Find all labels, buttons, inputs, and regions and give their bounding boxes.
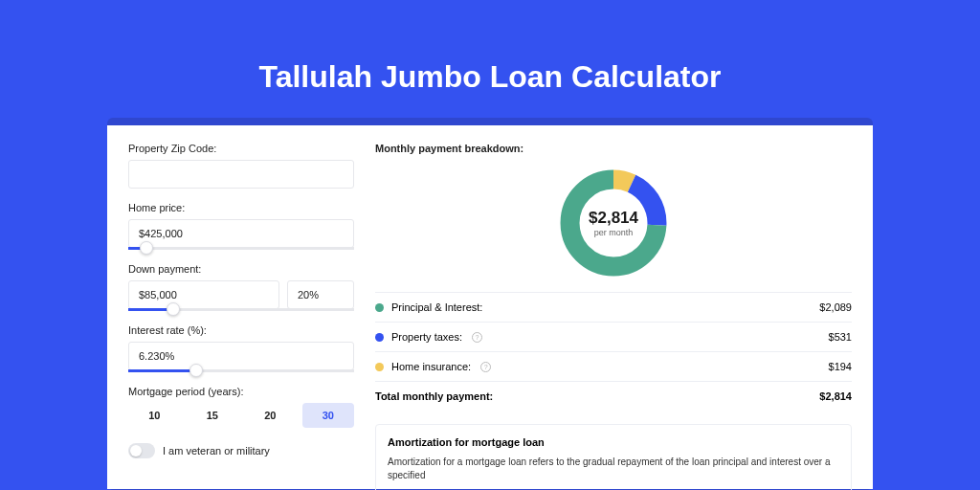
interest-slider-thumb[interactable] [189, 364, 203, 377]
home-price-slider-thumb[interactable] [140, 241, 153, 255]
amortization-title: Amortization for mortgage loan [388, 436, 839, 448]
breakdown-column: Monthly payment breakdown: $2,814 per mo… [375, 143, 852, 472]
breakdown-row-value: $2,089 [819, 301, 852, 313]
down-payment-pct-input[interactable] [287, 280, 354, 309]
breakdown-row-label: Property taxes: [391, 331, 462, 343]
period-group: Mortgage period (years): 10152030 [128, 386, 354, 428]
page-title: Tallulah Jumbo Loan Calculator [258, 59, 721, 95]
period-label: Mortgage period (years): [128, 386, 354, 397]
down-payment-label: Down payment: [128, 263, 354, 275]
breakdown-title: Monthly payment breakdown: [375, 143, 852, 154]
period-button-15[interactable]: 15 [187, 403, 239, 428]
card-shadow: Property Zip Code: Home price: Down paym… [107, 118, 873, 490]
amortization-text: Amortization for a mortgage loan refers … [388, 456, 839, 482]
interest-input[interactable] [128, 342, 354, 370]
interest-slider[interactable] [128, 369, 354, 372]
veteran-row: I am veteran or military [128, 443, 354, 458]
page-root: Tallulah Jumbo Loan Calculator Property … [0, 0, 980, 490]
down-payment-group: Down payment: [128, 263, 354, 311]
breakdown-row: Property taxes:?$531 [375, 322, 852, 351]
legend-dot [375, 333, 384, 342]
donut-chart-wrap: $2,814 per month [375, 162, 852, 292]
zip-label: Property Zip Code: [128, 143, 354, 154]
breakdown-total-value: $2,814 [819, 390, 852, 402]
down-payment-slider-thumb[interactable] [167, 302, 180, 316]
breakdown-row-label: Principal & Interest: [391, 301, 482, 313]
period-button-20[interactable]: 20 [244, 403, 297, 428]
home-price-input[interactable] [128, 219, 354, 248]
breakdown-row-label: Home insurance: [391, 361, 471, 372]
zip-input[interactable] [128, 160, 354, 189]
interest-label: Interest rate (%): [128, 324, 354, 336]
info-icon[interactable]: ? [472, 332, 482, 343]
donut-sub: per month [594, 228, 634, 237]
breakdown-total-label: Total monthly payment: [375, 390, 493, 402]
zip-group: Property Zip Code: [128, 143, 354, 189]
period-buttons: 10152030 [128, 403, 354, 428]
down-payment-input[interactable] [128, 280, 279, 309]
donut-center: $2,814 per month [556, 166, 671, 280]
veteran-label: I am veteran or military [163, 445, 270, 457]
donut-value: $2,814 [589, 209, 638, 228]
period-button-30[interactable]: 30 [302, 403, 355, 428]
calculator-card: Property Zip Code: Home price: Down paym… [107, 125, 873, 489]
down-payment-slider[interactable] [128, 308, 354, 311]
breakdown-rows: Principal & Interest:$2,089Property taxe… [375, 292, 852, 381]
donut-chart: $2,814 per month [556, 166, 671, 280]
home-price-group: Home price: [128, 202, 354, 250]
breakdown-row-value: $531 [829, 331, 852, 343]
breakdown-row-value: $194 [829, 361, 852, 372]
legend-dot [375, 303, 384, 312]
veteran-toggle[interactable] [128, 443, 155, 458]
interest-group: Interest rate (%): [128, 324, 354, 372]
period-button-10[interactable]: 10 [128, 403, 181, 428]
home-price-label: Home price: [128, 202, 354, 213]
legend-dot [375, 363, 384, 371]
home-price-slider[interactable] [128, 247, 354, 250]
breakdown-total-row: Total monthly payment: $2,814 [375, 381, 852, 411]
inputs-column: Property Zip Code: Home price: Down paym… [128, 143, 354, 472]
breakdown-row: Principal & Interest:$2,089 [375, 292, 852, 322]
info-icon[interactable]: ? [480, 362, 491, 372]
breakdown-row: Home insurance:?$194 [375, 351, 852, 381]
amortization-card: Amortization for mortgage loan Amortizat… [375, 424, 852, 490]
